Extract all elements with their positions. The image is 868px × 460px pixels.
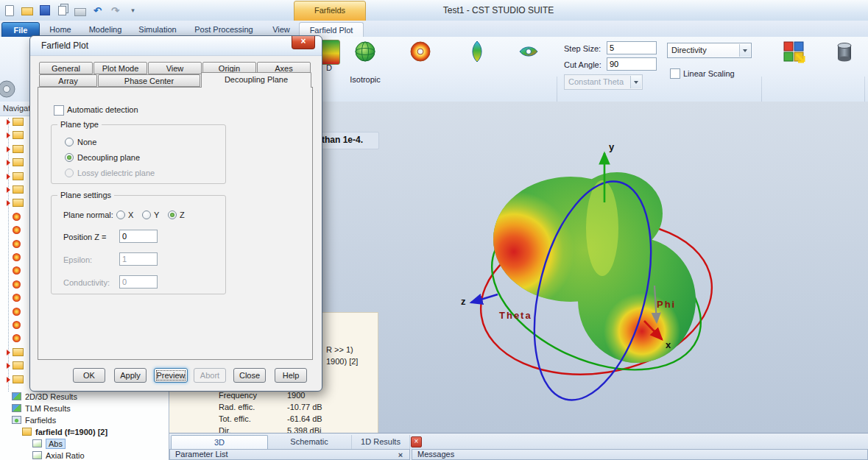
nav-tree-item-icon[interactable] (13, 361, 24, 369)
tree-item-tlm-results[interactable]: TLM Results (12, 404, 71, 413)
tree-item-abs[interactable]: Abs (32, 439, 66, 448)
nav-tree-item-icon[interactable] (13, 145, 24, 153)
conductivity-input[interactable] (119, 275, 158, 289)
tab-post-processing[interactable]: Post Processing (187, 22, 261, 37)
tree-item-farfields[interactable]: Farfields (12, 416, 56, 425)
dialog-tab-array[interactable]: Array (39, 74, 97, 87)
tab-home[interactable]: Home (43, 22, 78, 37)
properties-gear-icon[interactable] (0, 79, 16, 99)
tree-item-farfield-result[interactable]: farfield (f=1900) [2] (22, 428, 107, 436)
plane-type-lossy-radio[interactable] (65, 169, 74, 177)
torus-icon (409, 40, 432, 63)
tab-1d-results[interactable]: 1D Results (352, 435, 410, 449)
cylinder-icon (833, 40, 856, 63)
nav-tree-item-icon[interactable] (13, 280, 21, 289)
nav-tree-item-icon[interactable] (13, 334, 21, 342)
preview-button[interactable]: Preview (154, 368, 188, 383)
automatic-detection-checkbox[interactable] (54, 105, 64, 116)
linear-omnidirectional-button[interactable]: Linear Omnidirectional (392, 38, 449, 96)
nav-tree-item-icon[interactable] (13, 118, 24, 126)
nav-tree-item-icon[interactable] (13, 213, 21, 221)
plane-normal-y-radio[interactable] (142, 210, 151, 219)
plot-quantity-dropdown[interactable]: Directivity (667, 43, 752, 58)
nav-tree-item-icon[interactable] (13, 321, 21, 329)
nav-tree-item-icon[interactable] (13, 348, 24, 356)
nav-tree-item-icon[interactable] (13, 375, 24, 383)
close-panel-icon[interactable]: × (396, 450, 405, 459)
tree-item-label: 2D/3D Results (25, 392, 77, 401)
save-icon[interactable] (38, 4, 51, 17)
tab-modeling[interactable]: Modeling (82, 22, 128, 37)
nav-tree-item-icon[interactable] (13, 199, 24, 207)
nav-tree-item-icon[interactable] (13, 172, 24, 180)
farfield-plot-big-icon[interactable] (320, 40, 340, 65)
farfields-icon (12, 416, 21, 424)
dialog-tab-phase-center[interactable]: Phase Center (98, 74, 200, 87)
linear-directional-button[interactable]: Linear Directional (451, 38, 504, 96)
tree-item-axial-ratio[interactable]: Axial Ratio (32, 451, 85, 460)
view-tab-strip: 3D Schematic 1D Results × (169, 433, 868, 450)
nav-tree-item-icon[interactable] (13, 158, 24, 166)
step-size-input[interactable] (607, 41, 657, 54)
template-based-post-processing-button[interactable]: Template Based Post Processing (766, 38, 822, 97)
qat-dropdown-icon[interactable]: ▾ (127, 4, 139, 17)
nav-tree-item-icon[interactable] (13, 266, 21, 275)
nav-tree-item-icon[interactable] (13, 131, 24, 139)
plane-type-legend: Plane type (57, 120, 102, 129)
plane-type-none-radio[interactable] (65, 138, 74, 146)
conductivity-label: Conductivity: (63, 278, 110, 287)
redo-icon[interactable]: ↷ (109, 4, 121, 17)
epsilon-input[interactable] (119, 252, 158, 266)
open-folder-icon[interactable] (21, 4, 33, 17)
dialog-tab-general[interactable]: General (39, 62, 93, 74)
dialog-title-bar[interactable]: Farfield Plot (30, 36, 322, 56)
result-value: 1900 (287, 391, 305, 400)
plane-type-decoupling-radio[interactable] (65, 153, 74, 162)
title-bar[interactable]: ↶ ↷ ▾ Farfields Test1 - CST STUDIO SUITE (0, 0, 868, 21)
tree-item-2d3d-results[interactable]: 2D/3D Results (12, 392, 77, 401)
print-icon[interactable] (74, 4, 86, 17)
plane-normal-z-radio[interactable] (168, 210, 177, 219)
cylinder-scan-button[interactable]: Cylinder Scan (823, 38, 866, 97)
circular-directional-button[interactable]: Circular Directional (504, 38, 554, 96)
messages-panel-header[interactable]: Messages (412, 449, 868, 460)
close-tab-icon[interactable]: × (411, 436, 422, 447)
dialog-tab-decoupling-plane[interactable]: Decoupling Plane (201, 72, 311, 88)
close-button[interactable]: Close (233, 368, 266, 383)
ok-button[interactable]: OK (73, 368, 105, 383)
nav-tree-item-icon[interactable] (13, 240, 21, 248)
nav-tree-item-icon[interactable] (13, 226, 21, 234)
apply-button[interactable]: Apply (114, 368, 147, 383)
nav-tree-item-icon[interactable] (13, 253, 21, 261)
tab-3d-view[interactable]: 3D (171, 435, 268, 450)
tree-item-label-selected: Abs (46, 439, 66, 449)
cut-angle-label: Cut Angle: (564, 60, 601, 69)
plane-type-none-label: None (77, 138, 96, 146)
isotropic-button[interactable]: Isotropic (340, 38, 390, 96)
nav-tree-item-icon[interactable] (13, 294, 21, 302)
tab-simulation[interactable]: Simulation (133, 22, 183, 37)
results-icon (12, 404, 21, 412)
dialog-close-button[interactable]: × (292, 36, 315, 49)
plane-normal-x-radio[interactable] (116, 210, 125, 219)
parameter-list-panel-header[interactable]: Parameter List × (169, 449, 410, 460)
y-axis-label: y (609, 141, 615, 152)
abort-button[interactable]: Abort (194, 368, 226, 383)
farfield-3d-pattern[interactable]: y z x Theta Phi (412, 110, 736, 420)
new-document-icon[interactable] (3, 4, 15, 17)
tab-schematic[interactable]: Schematic (267, 435, 352, 449)
dialog-tab-plot-mode[interactable]: Plot Mode (93, 62, 147, 74)
cut-angle-input[interactable] (607, 57, 657, 71)
z-axis-label: z (461, 296, 466, 307)
position-z-input[interactable] (119, 230, 158, 243)
copy-icon[interactable] (56, 4, 68, 17)
nav-tree-item-icon[interactable] (13, 308, 21, 316)
constant-theta-dropdown[interactable]: Constant Theta (564, 74, 643, 90)
dialog-tab-view[interactable]: View (148, 62, 202, 74)
nav-tree-item-icon[interactable] (13, 185, 24, 194)
linear-scaling-checkbox[interactable] (670, 68, 680, 79)
contextual-tab-group-farfields[interactable]: Farfields (294, 1, 366, 21)
help-button[interactable]: Help (275, 368, 307, 383)
undo-icon[interactable]: ↶ (91, 4, 104, 17)
tab-view[interactable]: View (265, 22, 297, 37)
